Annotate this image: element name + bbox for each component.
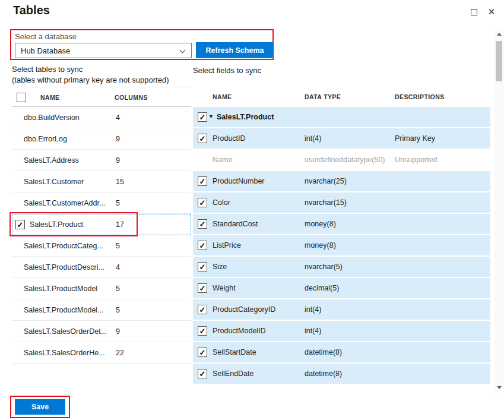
close-icon: ✕ xyxy=(488,7,496,17)
check-icon: ✓ xyxy=(199,178,206,185)
field-datatype: userdefineddatatype(50) xyxy=(305,156,385,164)
field-row-listprice[interactable]: ✓ ListPrice money(8) xyxy=(193,235,490,255)
restore-icon xyxy=(471,9,477,15)
table-row-dbo-errorlog[interactable]: dbo.ErrorLog 9 xyxy=(12,128,191,150)
table-columns-count: 4 xyxy=(116,113,120,122)
table-columns-count: 9 xyxy=(116,135,120,143)
refresh-schema-button[interactable]: Refresh Schema xyxy=(196,42,274,58)
field-datatype: int(4) xyxy=(305,327,321,335)
field-datatype: nvarchar(25) xyxy=(305,177,347,185)
field-checkbox[interactable]: ✓ xyxy=(198,134,207,143)
field-checkbox[interactable]: ✓ xyxy=(198,219,207,229)
field-row-productnumber[interactable]: ✓ ProductNumber nvarchar(25) xyxy=(193,171,490,191)
field-group-row-saleslt-product[interactable]: ✓ ▼ SalesLT.Product xyxy=(193,107,490,127)
field-row-sellenddate[interactable]: ✓ SellEndDate datetime(8) xyxy=(193,364,490,384)
field-checkbox[interactable]: ✓ xyxy=(198,369,207,378)
table-row-saleslt-productmodel2[interactable]: SalesLT.ProductModel... 5 xyxy=(12,299,191,321)
tables-panel-title: Select tables to sync (tables without pr… xyxy=(12,64,169,86)
tables-list-header: NAME COLUMNS xyxy=(12,87,191,107)
table-name: SalesLT.ProductModel xyxy=(24,285,97,293)
field-row-color[interactable]: ✓ Color nvarchar(15) xyxy=(193,192,490,213)
check-icon: ✓ xyxy=(199,113,206,121)
table-row-saleslt-productcategory[interactable]: SalesLT.ProductCateg... 5 xyxy=(12,235,191,257)
table-row-saleslt-address[interactable]: SalesLT.Address 9 xyxy=(12,150,191,171)
table-name: SalesLT.ProductDescri... xyxy=(24,263,104,271)
tables-list: NAME COLUMNS dbo.BuildVersion 4 dbo.Erro… xyxy=(12,87,191,364)
scroll-down-button[interactable] xyxy=(494,383,504,393)
database-select-value: Hub Database xyxy=(21,46,70,55)
check-icon: ✓ xyxy=(199,220,206,228)
table-columns-count: 17 xyxy=(116,220,124,229)
field-group-name: SalesLT.Product xyxy=(217,113,274,121)
restore-button[interactable] xyxy=(467,5,480,18)
field-datatype: int(4) xyxy=(305,305,321,314)
tables-panel-title-line2: (tables without primary key are not supp… xyxy=(12,75,169,86)
scroll-up-button[interactable] xyxy=(494,29,504,39)
table-name: SalesLT.Customer xyxy=(24,178,84,186)
field-datatype: nvarchar(15) xyxy=(305,198,347,207)
save-button[interactable]: Save xyxy=(15,399,65,415)
field-row-productid[interactable]: ✓ ProductID int(4) Primary Key xyxy=(193,128,490,149)
field-row-size[interactable]: ✓ Size nvarchar(5) xyxy=(193,257,490,277)
table-row-saleslt-productmodel[interactable]: SalesLT.ProductModel 5 xyxy=(12,278,191,299)
table-name: SalesLT.SalesOrderHe... xyxy=(24,349,105,357)
field-checkbox[interactable]: ✓ xyxy=(198,176,207,186)
tables-header-name: NAME xyxy=(40,94,60,101)
field-row-productmodelid[interactable]: ✓ ProductModelID int(4) xyxy=(193,321,490,341)
close-button[interactable]: ✕ xyxy=(485,5,498,18)
check-icon: ✓ xyxy=(199,242,206,250)
check-icon: ✓ xyxy=(199,285,206,292)
field-name: ProductID xyxy=(213,134,246,143)
database-select[interactable]: Hub Database xyxy=(15,43,192,58)
scrollbar-thumb[interactable] xyxy=(496,41,502,81)
field-description: Primary Key xyxy=(395,134,435,143)
check-icon: ✓ xyxy=(17,221,24,229)
table-columns-count: 5 xyxy=(116,306,120,314)
tables-dialog: Tables ✕ Select a database Hub Database … xyxy=(0,0,504,420)
row-checkbox[interactable]: ✓ xyxy=(15,220,25,229)
table-row-dbo-buildversion[interactable]: dbo.BuildVersion 4 xyxy=(12,107,191,128)
table-name: dbo.ErrorLog xyxy=(24,135,67,143)
table-columns-count: 22 xyxy=(116,349,124,357)
field-checkbox[interactable]: ✓ xyxy=(198,305,207,314)
table-row-saleslt-customer[interactable]: SalesLT.Customer 15 xyxy=(12,171,191,192)
vertical-scrollbar[interactable] xyxy=(494,29,504,393)
field-checkbox[interactable]: ✓ xyxy=(198,326,207,336)
check-icon: ✓ xyxy=(199,306,206,314)
field-checkbox[interactable]: ✓ xyxy=(198,198,207,207)
table-row-saleslt-salesorderdetail[interactable]: SalesLT.SalesOrderDet... 9 xyxy=(12,321,191,342)
scroll-up-icon xyxy=(497,33,502,36)
table-row-saleslt-product[interactable]: ✓ SalesLT.Product 17 xyxy=(12,214,191,235)
field-row-standardcost[interactable]: ✓ StandardCost money(8) xyxy=(193,214,490,234)
check-icon: ✓ xyxy=(199,370,206,378)
field-name: ProductModelID xyxy=(213,327,266,335)
table-name: SalesLT.Address xyxy=(24,156,79,165)
tables-panel-title-line1: Select tables to sync xyxy=(12,64,169,75)
table-row-saleslt-customeraddress[interactable]: SalesLT.CustomerAddr... 5 xyxy=(12,192,191,214)
field-name: ProductCategoryID xyxy=(213,305,275,314)
field-checkbox[interactable]: ✓ xyxy=(198,262,207,271)
field-datatype: datetime(8) xyxy=(305,348,342,356)
table-columns-count: 4 xyxy=(116,263,120,271)
fields-list: NAME DATA TYPE DESCRIPTIONS ✓ ▼ SalesLT.… xyxy=(193,87,490,385)
field-checkbox[interactable]: ✓ xyxy=(198,283,207,293)
group-checkbox[interactable]: ✓ xyxy=(198,112,207,122)
field-name: Color xyxy=(213,198,230,207)
table-row-saleslt-productdescription[interactable]: SalesLT.ProductDescri... 4 xyxy=(12,257,191,278)
field-name: SellStartDate xyxy=(213,348,256,356)
field-datatype: nvarchar(5) xyxy=(305,263,343,271)
table-row-saleslt-salesorderheader[interactable]: SalesLT.SalesOrderHe... 22 xyxy=(12,342,191,364)
select-all-checkbox[interactable] xyxy=(17,93,26,102)
fields-header-datatype: DATA TYPE xyxy=(305,93,341,100)
field-row-productcategoryid[interactable]: ✓ ProductCategoryID int(4) xyxy=(193,299,490,320)
check-icon: ✓ xyxy=(199,349,206,356)
fields-list-header: NAME DATA TYPE DESCRIPTIONS xyxy=(193,87,490,107)
field-row-weight[interactable]: ✓ Weight decimal(5) xyxy=(193,278,490,298)
field-row-sellstartdate[interactable]: ✓ SellStartDate datetime(8) xyxy=(193,342,490,362)
collapse-triangle-icon[interactable]: ▼ xyxy=(208,113,214,119)
field-checkbox[interactable]: ✓ xyxy=(198,241,207,250)
field-name: Size xyxy=(213,263,227,271)
database-section-annotation: Select a database Hub Database Refresh S… xyxy=(10,29,274,60)
field-checkbox[interactable]: ✓ xyxy=(198,348,207,357)
table-name: dbo.BuildVersion xyxy=(24,113,80,122)
